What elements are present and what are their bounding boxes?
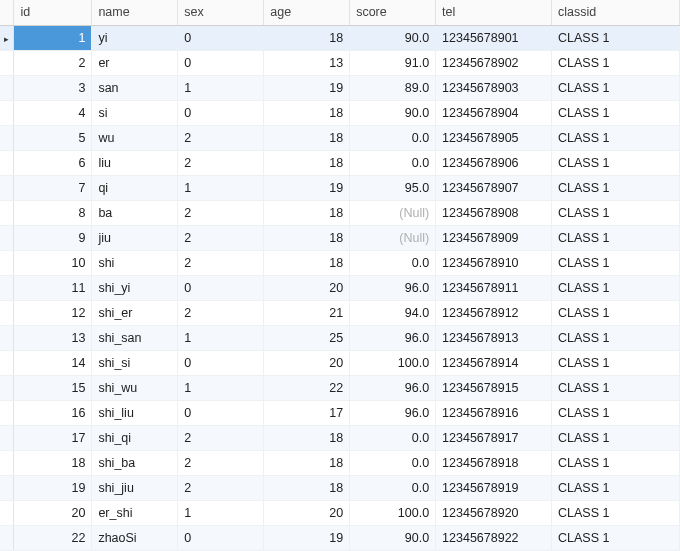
cell-tel[interactable]: 12345678907 (436, 175, 552, 200)
cell-name[interactable]: shi_san (92, 325, 178, 350)
table-row[interactable]: 15shi_wu12296.012345678915CLASS 1 (0, 375, 680, 400)
cell-age[interactable]: 18 (264, 475, 350, 500)
table-row[interactable]: 5wu2180.012345678905CLASS 1 (0, 125, 680, 150)
cell-name[interactable]: shi (92, 250, 178, 275)
cell-tel[interactable]: 12345678902 (436, 50, 552, 75)
cell-age[interactable]: 19 (264, 525, 350, 550)
cell-age[interactable]: 19 (264, 75, 350, 100)
cell-sex[interactable]: 1 (178, 500, 264, 525)
cell-sex[interactable]: 2 (178, 475, 264, 500)
cell-name[interactable]: jiu (92, 225, 178, 250)
cell-classid[interactable]: CLASS 1 (552, 200, 680, 225)
cell-classid[interactable]: CLASS 1 (552, 75, 680, 100)
cell-tel[interactable]: 12345678911 (436, 275, 552, 300)
cell-tel[interactable]: 12345678912 (436, 300, 552, 325)
cell-sex[interactable]: 2 (178, 125, 264, 150)
cell-classid[interactable]: CLASS 1 (552, 525, 680, 550)
cell-id[interactable]: 2 (14, 50, 92, 75)
cell-id[interactable]: 20 (14, 500, 92, 525)
cell-score[interactable]: 0.0 (350, 425, 436, 450)
cell-tel[interactable]: 12345678918 (436, 450, 552, 475)
cell-id[interactable]: 16 (14, 400, 92, 425)
cell-score[interactable]: 96.0 (350, 325, 436, 350)
cell-name[interactable]: shi_er (92, 300, 178, 325)
cell-classid[interactable]: CLASS 1 (552, 275, 680, 300)
cell-id[interactable]: 14 (14, 350, 92, 375)
cell-tel[interactable]: 12345678910 (436, 250, 552, 275)
cell-classid[interactable]: CLASS 1 (552, 500, 680, 525)
cell-tel[interactable]: 12345678919 (436, 475, 552, 500)
cell-name[interactable]: zhaoSi (92, 525, 178, 550)
cell-score[interactable]: 0.0 (350, 150, 436, 175)
table-row[interactable]: 6liu2180.012345678906CLASS 1 (0, 150, 680, 175)
cell-id[interactable]: 1 (14, 25, 92, 50)
cell-sex[interactable]: 2 (178, 250, 264, 275)
table-row[interactable]: 12shi_er22194.012345678912CLASS 1 (0, 300, 680, 325)
cell-id[interactable]: 13 (14, 325, 92, 350)
cell-age[interactable]: 18 (264, 150, 350, 175)
cell-sex[interactable]: 0 (178, 25, 264, 50)
cell-name[interactable]: si (92, 100, 178, 125)
col-header-tel[interactable]: tel (436, 0, 552, 25)
cell-sex[interactable]: 2 (178, 225, 264, 250)
cell-sex[interactable]: 0 (178, 525, 264, 550)
cell-sex[interactable]: 2 (178, 200, 264, 225)
cell-age[interactable]: 17 (264, 400, 350, 425)
cell-age[interactable]: 18 (264, 425, 350, 450)
col-header-name[interactable]: name (92, 0, 178, 25)
cell-age[interactable]: 18 (264, 100, 350, 125)
cell-id[interactable]: 18 (14, 450, 92, 475)
cell-tel[interactable]: 12345678915 (436, 375, 552, 400)
cell-name[interactable]: qi (92, 175, 178, 200)
cell-age[interactable]: 18 (264, 200, 350, 225)
data-grid[interactable]: id name sex age score tel classid ▸1yi01… (0, 0, 680, 551)
cell-name[interactable]: shi_yi (92, 275, 178, 300)
cell-age[interactable]: 19 (264, 175, 350, 200)
cell-name[interactable]: shi_wu (92, 375, 178, 400)
cell-sex[interactable]: 0 (178, 100, 264, 125)
cell-score[interactable]: 90.0 (350, 525, 436, 550)
cell-tel[interactable]: 12345678908 (436, 200, 552, 225)
cell-score[interactable]: 90.0 (350, 25, 436, 50)
cell-classid[interactable]: CLASS 1 (552, 300, 680, 325)
cell-name[interactable]: shi_jiu (92, 475, 178, 500)
cell-tel[interactable]: 12345678920 (436, 500, 552, 525)
cell-tel[interactable]: 12345678909 (436, 225, 552, 250)
cell-id[interactable]: 15 (14, 375, 92, 400)
cell-id[interactable]: 19 (14, 475, 92, 500)
cell-name[interactable]: er (92, 50, 178, 75)
cell-age[interactable]: 18 (264, 225, 350, 250)
cell-id[interactable]: 17 (14, 425, 92, 450)
cell-name[interactable]: er_shi (92, 500, 178, 525)
table-row[interactable]: 13shi_san12596.012345678913CLASS 1 (0, 325, 680, 350)
cell-id[interactable]: 3 (14, 75, 92, 100)
table-row[interactable]: 20er_shi120100.012345678920CLASS 1 (0, 500, 680, 525)
table-row[interactable]: ▸1yi01890.012345678901CLASS 1 (0, 25, 680, 50)
cell-classid[interactable]: CLASS 1 (552, 50, 680, 75)
cell-score[interactable]: (Null) (350, 225, 436, 250)
col-header-sex[interactable]: sex (178, 0, 264, 25)
cell-score[interactable]: 89.0 (350, 75, 436, 100)
table-row[interactable]: 3san11989.012345678903CLASS 1 (0, 75, 680, 100)
cell-score[interactable]: 100.0 (350, 500, 436, 525)
cell-score[interactable]: 96.0 (350, 275, 436, 300)
cell-score[interactable]: 96.0 (350, 400, 436, 425)
cell-name[interactable]: yi (92, 25, 178, 50)
cell-classid[interactable]: CLASS 1 (552, 400, 680, 425)
table-row[interactable]: 17shi_qi2180.012345678917CLASS 1 (0, 425, 680, 450)
cell-name[interactable]: san (92, 75, 178, 100)
table-row[interactable]: 18shi_ba2180.012345678918CLASS 1 (0, 450, 680, 475)
cell-id[interactable]: 8 (14, 200, 92, 225)
cell-sex[interactable]: 1 (178, 75, 264, 100)
cell-name[interactable]: wu (92, 125, 178, 150)
table-row[interactable]: 4si01890.012345678904CLASS 1 (0, 100, 680, 125)
cell-sex[interactable]: 2 (178, 450, 264, 475)
table-row[interactable]: 7qi11995.012345678907CLASS 1 (0, 175, 680, 200)
cell-sex[interactable]: 2 (178, 425, 264, 450)
cell-classid[interactable]: CLASS 1 (552, 375, 680, 400)
cell-score[interactable]: (Null) (350, 200, 436, 225)
cell-tel[interactable]: 12345678917 (436, 425, 552, 450)
cell-score[interactable]: 0.0 (350, 475, 436, 500)
cell-score[interactable]: 90.0 (350, 100, 436, 125)
cell-classid[interactable]: CLASS 1 (552, 450, 680, 475)
